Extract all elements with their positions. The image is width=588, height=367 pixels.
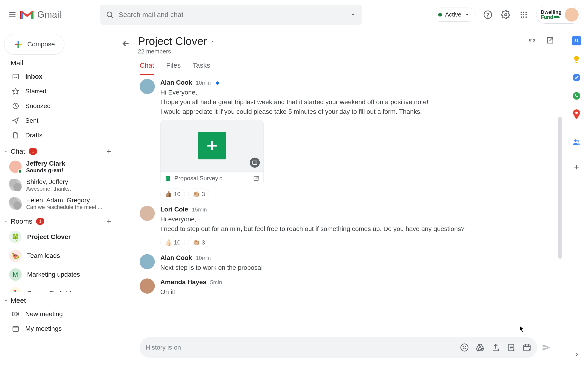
apps-grid-icon (519, 10, 528, 19)
sidepanel-contacts[interactable] (572, 137, 581, 147)
sidepanel-collapse-button[interactable] (573, 351, 580, 358)
nav-new-meeting[interactable]: New meeting (0, 307, 117, 321)
account-chip[interactable]: Dwelling Fund (536, 6, 581, 24)
support-button[interactable] (482, 9, 493, 20)
gmail-logo[interactable]: Gmail (20, 9, 61, 20)
search-bar[interactable] (100, 5, 362, 25)
messages-pane[interactable]: Alan Cook 10min Hi Everyone, I hope you … (117, 75, 565, 332)
sidepanel-contacts-phone[interactable] (572, 91, 581, 100)
mail-section-title: Mail (10, 59, 23, 67)
docs-icon[interactable] (507, 343, 516, 352)
main-content: Project Clover 22 members Chat Files Tas… (117, 29, 565, 367)
compose-button[interactable]: Compose (4, 34, 64, 55)
nav-my-meetings[interactable]: My meetings (0, 321, 117, 336)
back-button[interactable] (120, 37, 132, 50)
room-tabs: Chat Files Tasks (117, 57, 565, 75)
new-room-button[interactable] (105, 218, 112, 225)
open-external-icon[interactable] (253, 175, 259, 182)
reactions: 👍🏽10 👏🏼3 (160, 189, 551, 200)
attachment-card[interactable]: Proposal Survey.d... (160, 120, 264, 185)
attachment-preview-button[interactable] (250, 158, 260, 168)
nav-drafts[interactable]: Drafts (0, 128, 117, 143)
mail-section-header[interactable]: Mail (0, 55, 117, 69)
svg-point-12 (523, 14, 524, 15)
nav-inbox[interactable]: Inbox (0, 69, 117, 84)
tab-chat[interactable]: Chat (140, 61, 154, 75)
message-author: Alan Cook (160, 254, 192, 261)
nav-starred[interactable]: Starred (0, 84, 117, 99)
room-marketing[interactable]: M Marketing updates (0, 265, 117, 284)
message-text: Hi everyone, I need to step out for an m… (160, 215, 551, 234)
brand-logo: Dwelling Fund (541, 10, 562, 20)
svg-point-31 (461, 344, 468, 351)
plus-icon (105, 218, 112, 225)
sidepanel-calendar[interactable]: 31 (572, 36, 581, 45)
message-text: Hi Everyone, I hope you all had a great … (160, 88, 551, 117)
chat-conversation[interactable]: Shirley, Jeffery Awesome, thanks. (0, 176, 117, 194)
chat-conversation[interactable]: Helen, Adam, Gregory Can we reschedule t… (0, 194, 117, 213)
reaction-chip[interactable]: 👏🏼3 (188, 237, 209, 248)
emoji-icon[interactable] (460, 343, 469, 352)
message-text: On it! (160, 287, 551, 297)
sidepanel-add[interactable] (572, 163, 581, 172)
reaction-chip[interactable]: 👍🏽10 (160, 189, 185, 200)
arrow-left-icon (121, 39, 130, 48)
right-sidepanel: 31 (565, 29, 588, 367)
phone-circle-icon (572, 92, 581, 100)
collapse-icon (528, 36, 536, 44)
tab-tasks[interactable]: Tasks (193, 61, 210, 75)
compose-label: Compose (27, 41, 55, 48)
chat-section-title: Chat (10, 148, 25, 155)
plus-icon (573, 164, 580, 171)
apps-button[interactable] (518, 9, 529, 20)
drive-icon[interactable] (476, 343, 484, 352)
nav-sent[interactable]: Sent (0, 113, 117, 128)
search-input[interactable] (119, 11, 350, 19)
sidepanel-maps[interactable] (572, 110, 581, 119)
sidepanel-tasks[interactable] (572, 73, 581, 82)
main-menu-button[interactable] (7, 9, 18, 20)
svg-point-15 (523, 16, 524, 18)
chat-conversation[interactable]: Jeffery Clark Sounds great! (0, 158, 117, 176)
tab-files[interactable]: Files (166, 61, 181, 75)
reactions: 👍🏻10 👏🏼3 (160, 237, 551, 248)
nav-snoozed[interactable]: Snoozed (0, 99, 117, 113)
rooms-section-header[interactable]: Rooms 1 (0, 213, 117, 227)
settings-button[interactable] (500, 9, 511, 20)
svg-rect-24 (253, 161, 257, 165)
open-new-window-button[interactable] (545, 35, 556, 46)
collapse-panel-button[interactable] (527, 35, 538, 46)
compose-input-wrap[interactable]: History is on (140, 337, 537, 358)
room-skylight[interactable]: 🏂 Project Skylight (0, 284, 117, 292)
message-author: Lori Cole (160, 206, 188, 213)
svg-point-16 (525, 16, 527, 18)
reaction-chip[interactable]: 👍🏻10 (160, 237, 185, 248)
meet-section-header[interactable]: Meet (0, 292, 117, 307)
app-header: Gmail Active Dwelling Fund (0, 0, 588, 29)
search-container (100, 5, 362, 25)
send-button[interactable] (541, 343, 551, 352)
chevron-down-icon[interactable] (210, 39, 215, 44)
keep-icon (572, 55, 581, 63)
room-project-clover[interactable]: 🍀 Project Clover (0, 227, 117, 246)
draft-icon (12, 132, 19, 139)
upload-icon[interactable] (491, 343, 500, 352)
scrollbar[interactable] (558, 117, 562, 259)
message-time: 10min (196, 80, 211, 86)
status-chip[interactable]: Active (432, 8, 476, 22)
new-chat-button[interactable] (105, 148, 112, 155)
svg-point-6 (488, 17, 488, 17)
sidepanel-keep[interactable] (572, 55, 581, 64)
calendar-schedule-icon[interactable] (523, 343, 531, 352)
reaction-chip[interactable]: 👏🏼3 (188, 189, 209, 200)
collapse-icon (4, 219, 8, 224)
people-icon (572, 138, 581, 146)
search-options-icon[interactable] (350, 11, 356, 18)
external-link-icon (546, 36, 554, 44)
hamburger-icon (8, 10, 17, 19)
chat-section-header[interactable]: Chat 1 (0, 143, 117, 158)
room-team-leads[interactable]: 🍉 Team leads (0, 246, 117, 265)
svg-point-13 (525, 14, 527, 15)
inbox-icon (12, 73, 19, 80)
svg-point-32 (463, 346, 464, 347)
